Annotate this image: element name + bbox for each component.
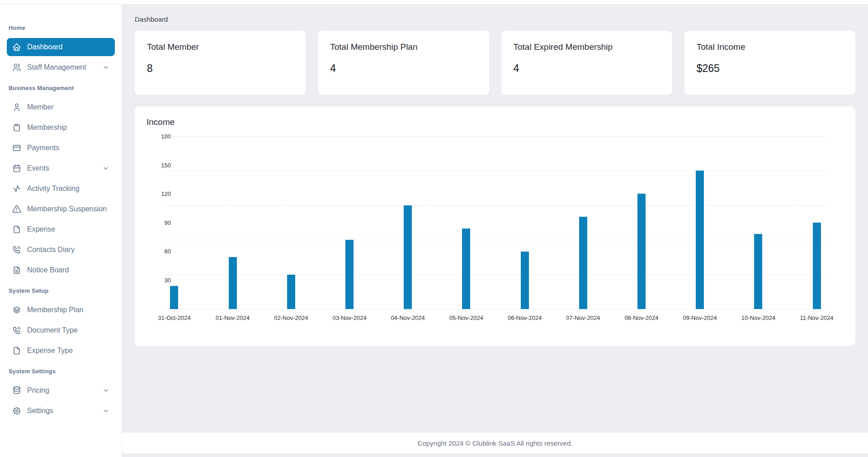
sidebar-nav: HomeDashboardStaff ManagementBusiness Ma… xyxy=(0,5,122,457)
sidebar-item-label: Membership Plan xyxy=(27,306,109,314)
x-tick-label: 08-Nov-2024 xyxy=(624,314,658,321)
bar-04-nov-2024 xyxy=(404,205,412,309)
sidebar-section-business-management: Business Management xyxy=(7,85,115,92)
stat-card-title: Total Income xyxy=(697,42,843,52)
bar-31-oct-2024 xyxy=(170,286,178,309)
bar-07-nov-2024 xyxy=(579,217,587,309)
sidebar-item-expense-type[interactable]: Expense Type xyxy=(7,342,115,360)
stat-card-value: $265 xyxy=(697,62,843,75)
chart-y-axis: 180150120906030 xyxy=(135,136,177,280)
x-tick-label: 11-Nov-2024 xyxy=(800,314,833,321)
phone-icon xyxy=(12,326,21,335)
footer-bar: Copyright 2024 © Clublink SaaS All right… xyxy=(122,433,868,453)
bar-09-nov-2024 xyxy=(696,171,704,309)
x-tick-label: 07-Nov-2024 xyxy=(566,314,600,321)
activity-icon xyxy=(12,184,21,193)
sidebar-item-label: Membership xyxy=(27,124,109,132)
sidebar-item-label: Expense xyxy=(27,225,109,233)
sidebar-item-label: Payments xyxy=(27,144,109,152)
sidebar-item-label: Pricing xyxy=(27,386,99,395)
x-tick-label: 31-Oct-2024 xyxy=(158,314,190,321)
file-icon xyxy=(12,346,21,355)
sidebar-item-notice-board[interactable]: Notice Board xyxy=(7,261,115,279)
chart-x-axis: 31-Oct-202401-Nov-202402-Nov-202403-Nov-… xyxy=(164,309,827,324)
home-icon xyxy=(12,43,21,52)
gridline xyxy=(164,240,827,240)
main-content: Dashboard Total Member8Total Membership … xyxy=(122,5,868,433)
alert-triangle-icon xyxy=(12,205,21,214)
x-tick-label: 05-Nov-2024 xyxy=(449,314,483,321)
file-text-icon xyxy=(12,266,21,275)
sidebar-item-staff-management[interactable]: Staff Management xyxy=(7,58,115,76)
chevron-down-icon xyxy=(102,387,109,394)
sidebar-item-label: Events xyxy=(27,164,99,172)
bar-08-nov-2024 xyxy=(637,194,646,309)
top-header-bar xyxy=(0,0,868,5)
x-tick-label: 09-Nov-2024 xyxy=(683,314,717,321)
stat-card-value: 4 xyxy=(330,62,476,75)
sidebar-item-label: Notice Board xyxy=(27,266,109,274)
gridline xyxy=(164,275,827,275)
sidebar-section-system-settings: System Settings xyxy=(7,368,115,375)
x-tick-label: 02-Nov-2024 xyxy=(274,314,308,321)
chart-title: Income xyxy=(146,117,844,127)
bar-02-nov-2024 xyxy=(287,275,295,309)
calendar-icon xyxy=(12,164,21,173)
clipboard-icon xyxy=(12,123,21,132)
user-icon xyxy=(12,103,21,112)
page-title: Dashboard xyxy=(135,15,855,23)
stat-card-value: 4 xyxy=(514,62,660,75)
sidebar-item-activity-tracking[interactable]: Activity Tracking xyxy=(7,180,115,198)
stat-cards-row: Total Member8Total Membership Plan4Total… xyxy=(135,31,855,95)
y-tick-label: 30 xyxy=(165,277,171,284)
bar-11-nov-2024 xyxy=(813,223,821,309)
sidebar-item-dashboard[interactable]: Dashboard xyxy=(7,38,115,56)
phone-icon xyxy=(12,245,21,254)
main-area: Dashboard Total Member8Total Membership … xyxy=(122,5,868,457)
chevron-down-icon xyxy=(102,407,109,414)
gridline xyxy=(164,171,827,171)
bar-06-nov-2024 xyxy=(521,252,529,309)
database-icon xyxy=(12,386,21,395)
sidebar-item-member[interactable]: Member xyxy=(7,98,115,116)
sidebar-item-label: Settings xyxy=(27,407,99,415)
y-tick-label: 150 xyxy=(161,162,171,168)
sidebar-item-label: Dashboard xyxy=(27,43,109,51)
sidebar-item-label: Membership Suspension xyxy=(27,205,109,213)
sidebar-item-label: Member xyxy=(27,103,109,111)
bar-10-nov-2024 xyxy=(754,234,762,309)
stat-card-title: Total Member xyxy=(147,42,293,52)
users-icon xyxy=(12,63,21,72)
sidebar-item-payments[interactable]: Payments xyxy=(7,139,115,157)
chevron-down-icon xyxy=(102,64,109,71)
stat-card-value: 8 xyxy=(147,62,293,75)
sidebar-item-membership-plan[interactable]: Membership Plan xyxy=(7,301,115,319)
sidebar-item-document-type[interactable]: Document Type xyxy=(7,321,115,339)
sidebar-item-label: Expense Type xyxy=(27,347,109,355)
sidebar-section-home: Home xyxy=(7,24,115,32)
copyright-text: Copyright 2024 © Clublink SaaS All right… xyxy=(418,439,573,447)
gridline xyxy=(164,136,827,137)
stat-card-total-income: Total Income$265 xyxy=(684,31,855,95)
sidebar-item-membership[interactable]: Membership xyxy=(7,119,115,137)
chart-plot-area: 180150120906030 xyxy=(164,136,827,309)
chevron-down-icon xyxy=(102,165,109,172)
sidebar-item-events[interactable]: Events xyxy=(7,159,115,177)
sidebar-section-system-setup: System Setup xyxy=(7,287,115,295)
stat-card-title: Total Membership Plan xyxy=(330,42,476,52)
stat-card-total-expired-membership: Total Expired Membership4 xyxy=(501,31,672,95)
x-tick-label: 04-Nov-2024 xyxy=(391,314,425,321)
sidebar-item-expense[interactable]: Expense xyxy=(7,220,115,238)
sidebar-item-contacts-diary[interactable]: Contacts Diary xyxy=(7,241,115,259)
file-icon xyxy=(12,225,21,234)
credit-card-icon xyxy=(12,143,21,152)
x-tick-label: 01-Nov-2024 xyxy=(216,314,250,321)
sidebar-item-membership-suspension[interactable]: Membership Suspension xyxy=(7,200,115,218)
sidebar-item-label: Activity Tracking xyxy=(27,185,109,193)
sidebar-item-settings[interactable]: Settings xyxy=(7,402,115,420)
stat-card-total-member: Total Member8 xyxy=(135,31,306,95)
layers-icon xyxy=(12,305,21,314)
sidebar-item-pricing[interactable]: Pricing xyxy=(7,381,115,400)
x-tick-label: 06-Nov-2024 xyxy=(508,314,542,321)
sidebar-item-label: Document Type xyxy=(27,326,109,334)
